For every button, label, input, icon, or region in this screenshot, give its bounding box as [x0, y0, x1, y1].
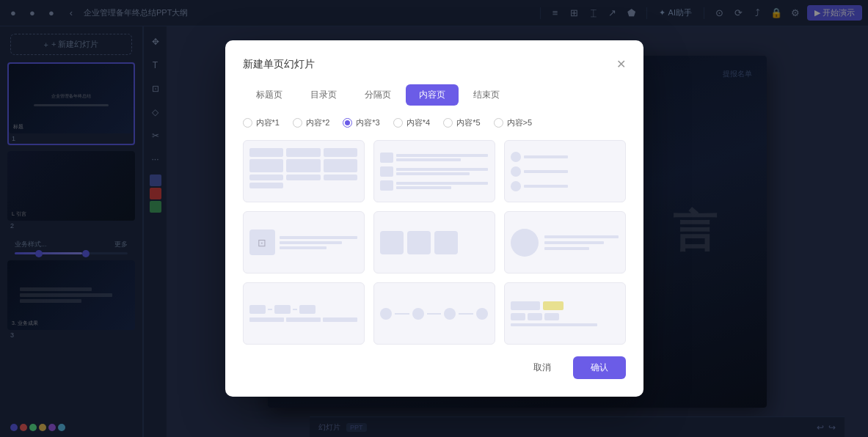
radio-c2[interactable]: 内容*2 [293, 117, 329, 128]
fn3 [299, 305, 316, 314]
cancel-btn[interactable]: 取消 [519, 356, 566, 379]
l6 [396, 186, 451, 189]
tab-toc[interactable]: 目录页 [297, 84, 350, 106]
tab-divider[interactable]: 分隔页 [351, 84, 404, 106]
radio-circle-c3 [343, 118, 352, 128]
tab-end[interactable]: 结束页 [460, 84, 513, 106]
tab-content[interactable]: 内容页 [406, 84, 459, 106]
fn2 [274, 305, 291, 314]
tmpl-layout-9 [511, 301, 619, 326]
flow-details [249, 317, 358, 322]
radio-label-c5plus: 内容>5 [507, 117, 533, 128]
fa2 [293, 309, 297, 310]
tab-cover[interactable]: 标题页 [243, 84, 296, 106]
radio-circle-c1 [243, 118, 252, 128]
tmpl-rect-b [380, 166, 393, 177]
b10 [324, 175, 358, 180]
fd3 [323, 317, 357, 322]
circle-row-1 [511, 152, 568, 162]
radio-c3[interactable]: 内容*3 [343, 117, 379, 128]
template-card-8[interactable] [373, 282, 495, 345]
radio-circle-c2 [293, 118, 302, 128]
node2 [412, 308, 424, 320]
template-card-2[interactable] [373, 140, 495, 202]
radio-c1[interactable]: 内容*1 [243, 117, 280, 128]
node4 [476, 308, 488, 320]
tmpl-row-1 [380, 153, 489, 163]
radio-circle-c5plus [494, 118, 503, 128]
ctl1 [544, 235, 619, 238]
line-conn1 [395, 313, 409, 315]
tmpl-row-3 [380, 180, 489, 191]
tmpl-lines-c [396, 182, 489, 189]
node3 [444, 308, 456, 320]
flow-row [249, 305, 358, 314]
radio-label-c2: 内容*2 [306, 117, 329, 128]
line-conn3 [459, 313, 473, 315]
cl1 [524, 155, 568, 158]
radio-circle-c5 [443, 118, 453, 128]
tmpl-rect-a [380, 153, 393, 163]
tmpl-layout-3 [511, 152, 619, 191]
l3 [396, 168, 489, 171]
confirm-btn[interactable]: 确认 [573, 356, 626, 379]
tmpl-rect-c [380, 180, 393, 191]
tmpl-layout-8 [380, 308, 489, 320]
radio-circle-c4 [393, 118, 403, 128]
b5 [286, 148, 321, 157]
tmpl-layout-2 [380, 153, 489, 191]
template-card-1[interactable] [243, 140, 365, 202]
template-card-5[interactable] [373, 211, 495, 273]
template-card-4[interactable]: ⊡ [243, 211, 365, 273]
image-placeholder: ⊡ [249, 229, 275, 255]
l1 [396, 154, 489, 157]
b6 [286, 159, 321, 172]
mix-line1 [511, 323, 597, 326]
b3 [249, 175, 284, 180]
b9 [324, 159, 358, 172]
big-circle [511, 229, 539, 257]
mix-row2 [511, 313, 619, 320]
tmpl-lines-b [396, 168, 489, 175]
modal-footer: 取消 确认 [243, 356, 626, 379]
tmpl-layout-7 [249, 305, 358, 322]
mr3 [511, 313, 525, 320]
fd1 [249, 317, 284, 322]
sq2 [407, 231, 431, 254]
il3 [280, 246, 327, 249]
circle-row-2 [511, 166, 568, 177]
cl2 [524, 170, 568, 173]
b4 [249, 183, 284, 188]
circle-row-3 [511, 181, 568, 191]
template-card-3[interactable] [504, 140, 626, 202]
tmpl-col-3 [324, 148, 358, 180]
c3 [511, 181, 521, 191]
modal-close-btn[interactable]: ✕ [616, 59, 626, 70]
b1 [249, 148, 284, 157]
tmpl-lines-a [396, 154, 489, 161]
ctl2 [544, 241, 604, 244]
tmpl-layout-6 [511, 229, 619, 257]
template-grid: ⊡ [243, 140, 626, 345]
radio-c5plus[interactable]: 内容>5 [494, 117, 533, 128]
il1 [280, 236, 358, 239]
sq1 [380, 231, 404, 254]
template-card-9[interactable] [504, 282, 626, 345]
b2 [249, 159, 284, 172]
mix-row1 [511, 301, 619, 310]
content-radio-group: 内容*1 内容*2 内容*3 内容*4 内容*5 内容>5 [243, 117, 626, 128]
radio-c4[interactable]: 内容*4 [393, 117, 430, 128]
tmpl-lines-4 [280, 236, 358, 249]
circle-text-lines [544, 235, 619, 250]
radio-c5[interactable]: 内容*5 [443, 117, 480, 128]
template-card-7[interactable] [243, 282, 365, 345]
modal-overlay: 新建单页幻灯片 ✕ 标题页 目录页 分隔页 内容页 结束页 内容*1 内容*2 … [0, 0, 868, 437]
template-card-6[interactable] [504, 211, 626, 273]
line-conn2 [427, 313, 442, 315]
modal-tabs: 标题页 目录页 分隔页 内容页 结束页 [243, 84, 626, 106]
modal-title: 新建单页幻灯片 [243, 58, 315, 71]
b7 [286, 175, 321, 180]
tmpl-layout-4: ⊡ [249, 229, 358, 255]
tmpl-row-2 [380, 166, 489, 177]
fn1 [249, 305, 266, 314]
